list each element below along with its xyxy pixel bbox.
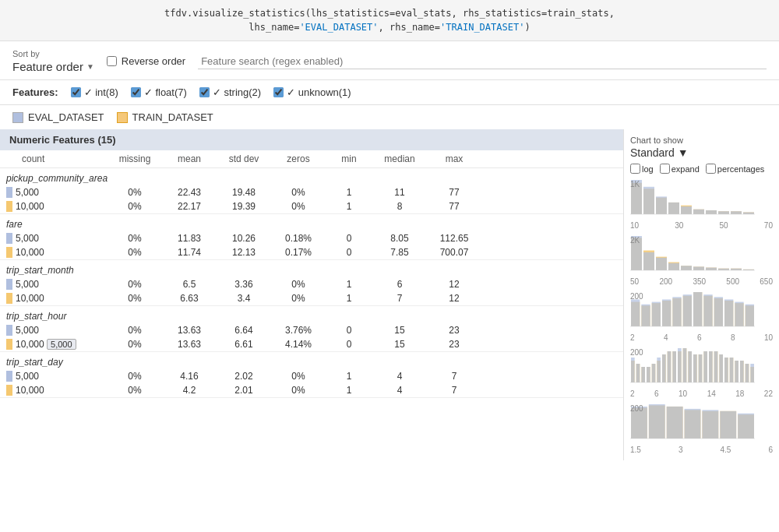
svg-rect-38 (718, 269, 729, 270)
chart-to-show-label: Chart to show (630, 136, 773, 145)
svg-rect-93 (641, 367, 645, 382)
svg-rect-103 (693, 354, 697, 382)
feature-group-0: pickup_community_area5,0000%22.4319.480%… (0, 168, 623, 214)
stats-panel: Numeric Features (15) count missing mean… (0, 129, 623, 460)
count-value-3-1: 10,000 5,000 (16, 339, 76, 350)
chart-type-select[interactable]: Standard ▼ (630, 146, 773, 159)
string-check[interactable]: ✓ string(2) (199, 86, 261, 98)
data-row-1-1: 10,0000%11.7412.130.17%07.85700.07 (0, 245, 623, 259)
max-value-2-0: 12 (427, 279, 481, 290)
feature-name-4: trip_start_day (0, 352, 623, 369)
string-checkbox[interactable] (199, 87, 210, 97)
row-indicator-3-0: 5,000 (6, 325, 108, 336)
mean-value-2-1: 6.63 (162, 293, 217, 304)
svg-rect-129 (738, 414, 754, 439)
svg-rect-105 (703, 351, 707, 382)
min-value-3-1: 0 (326, 339, 372, 350)
orange-indicator-2-1 (6, 293, 12, 304)
std_dev-value-1-0: 10.26 (217, 233, 271, 244)
mini-chart-4: 2001.534.56 (630, 404, 773, 451)
x-labels-2: 246810 (630, 333, 773, 342)
mean-value-0-1: 22.17 (162, 201, 217, 212)
svg-rect-109 (724, 358, 728, 382)
svg-rect-34 (668, 263, 679, 270)
int-checkbox[interactable] (71, 87, 81, 97)
expand-checkbox[interactable] (660, 164, 670, 174)
train-dataset-tag: TRAIN_DATASET (117, 111, 213, 123)
zeros-value-2-0: 0% (271, 279, 326, 290)
svg-rect-127 (702, 410, 718, 439)
percentages-checkbox[interactable] (706, 164, 716, 174)
blue-indicator-0-0 (6, 187, 12, 198)
x-labels-4: 1.534.56 (630, 446, 773, 454)
sort-label: Sort by (12, 49, 94, 58)
unknown-label: ✓ unknown(1) (287, 86, 351, 98)
svg-rect-101 (683, 348, 687, 382)
code-bar: tfdv.visualize_statistics(lhs_statistics… (0, 0, 779, 41)
svg-rect-99 (672, 351, 676, 382)
col-missing: missing (108, 153, 162, 164)
data-row-2-1: 10,0000%6.633.40%1712 (0, 291, 623, 305)
svg-rect-126 (685, 409, 701, 439)
sort-dropdown[interactable]: Feature order ▼ (12, 60, 94, 73)
missing-value-3-0: 0% (108, 325, 162, 336)
blue-indicator-4-0 (6, 371, 12, 382)
search-input[interactable] (198, 54, 767, 69)
log-checkbox[interactable] (630, 164, 640, 174)
max-value-0-0: 77 (427, 187, 481, 198)
svg-rect-18 (731, 211, 742, 214)
missing-value-3-1: 0% (108, 339, 162, 350)
mean-value-4-1: 4.2 (162, 385, 217, 396)
feature-rows: pickup_community_area5,0000%22.4319.480%… (0, 168, 623, 398)
feature-group-1: fare5,0000%11.8310.260.18%08.05112.6510,… (0, 214, 623, 260)
svg-rect-62 (714, 297, 723, 326)
svg-rect-98 (668, 351, 671, 382)
feature-group-4: trip_start_day5,0000%4.162.020%14710,000… (0, 352, 623, 398)
chart-type-value: Standard (630, 146, 675, 159)
zeros-value-0-1: 0% (271, 201, 326, 212)
col-count: count (6, 153, 108, 164)
svg-rect-114 (750, 364, 754, 382)
median-value-0-1: 8 (372, 201, 427, 212)
chart-svg-0 (630, 180, 755, 219)
svg-rect-113 (746, 364, 749, 382)
max-value-4-1: 7 (427, 385, 481, 396)
count-value-1-0: 5,000 (16, 233, 39, 244)
col-headers: count missing mean std dev zeros min med… (0, 150, 623, 168)
reverse-order-checkbox[interactable] (107, 56, 117, 66)
svg-rect-102 (688, 351, 692, 382)
svg-rect-55 (641, 305, 650, 326)
log-option[interactable]: log (630, 164, 654, 174)
reverse-order-label[interactable]: Reverse order (107, 55, 185, 67)
svg-rect-33 (656, 258, 667, 270)
svg-rect-111 (735, 361, 738, 382)
float-check[interactable]: ✓ float(7) (131, 86, 187, 98)
int-label: ✓ int(8) (84, 86, 118, 98)
chart-svg-2 (630, 292, 755, 331)
count-value-2-1: 10,000 (16, 293, 44, 304)
zeros-value-3-1: 4.14% (271, 339, 326, 350)
row-indicator-0-1: 10,000 (6, 201, 108, 212)
int-check[interactable]: ✓ int(8) (71, 86, 118, 98)
main-content: Numeric Features (15) count missing mean… (0, 129, 779, 460)
unknown-checkbox[interactable] (273, 87, 284, 97)
svg-rect-56 (652, 302, 661, 326)
sort-select[interactable]: Sort by Feature order ▼ (12, 49, 94, 73)
zeros-value-1-1: 0.17% (271, 247, 326, 258)
y-label-2: 200 (630, 292, 643, 301)
mean-value-1-1: 11.74 (162, 247, 217, 258)
row-indicator-2-1: 10,000 (6, 293, 108, 304)
svg-rect-96 (657, 358, 661, 382)
unknown-check[interactable]: ✓ unknown(1) (273, 86, 351, 98)
float-checkbox[interactable] (131, 87, 141, 97)
expand-option[interactable]: expand (660, 164, 700, 174)
row-indicator-2-0: 5,000 (6, 279, 108, 290)
chart-type-arrow: ▼ (678, 146, 689, 159)
string-label: ✓ string(2) (213, 86, 261, 98)
row-indicator-4-1: 10,000 (6, 385, 108, 396)
svg-rect-61 (703, 294, 712, 326)
svg-rect-15 (693, 210, 704, 214)
code-line-1: tfdv.visualize_statistics(lhs_statistics… (12, 6, 767, 20)
row-indicator-1-1: 10,000 (6, 247, 108, 258)
percentages-option[interactable]: percentages (706, 164, 765, 174)
